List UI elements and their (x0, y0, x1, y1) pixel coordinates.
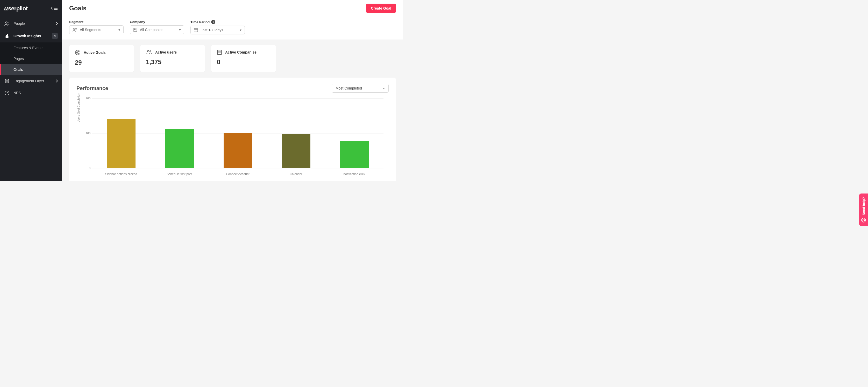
sidebar-item-label: NPS (13, 91, 21, 95)
svg-rect-13 (134, 29, 135, 30)
chevron-up-icon (52, 33, 58, 39)
chart-x-label: notification click (325, 170, 383, 176)
sidebar: userpilot People Growth In (0, 0, 62, 181)
stat-value: 29 (75, 59, 128, 66)
svg-rect-15 (136, 29, 136, 30)
svg-point-21 (150, 51, 151, 52)
svg-point-1 (8, 22, 9, 23)
svg-rect-30 (219, 52, 220, 53)
performance-title: Performance (76, 85, 108, 91)
chart-bar[interactable] (340, 141, 369, 168)
svg-rect-29 (218, 52, 219, 53)
filter-segment-select[interactable]: All Segments ▾ (69, 25, 124, 34)
chart-x-label: Schedule first post (150, 170, 209, 176)
sidebar-item-engagement-layer[interactable]: Engagement Layer (0, 75, 62, 87)
topbar: Goals Create Goal (62, 0, 403, 17)
chart-x-label: Connect Account (209, 170, 267, 176)
chevron-right-icon (56, 79, 58, 82)
caret-down-icon: ▾ (118, 28, 120, 32)
building-icon (217, 50, 222, 55)
sidebar-item-nps[interactable]: NPS (0, 87, 62, 99)
svg-rect-3 (6, 35, 7, 38)
svg-rect-31 (220, 52, 221, 53)
svg-rect-2 (5, 36, 5, 38)
calendar-icon (194, 28, 198, 32)
chart-x-label: Sidebar options clicked (92, 170, 150, 176)
svg-rect-14 (135, 29, 135, 30)
filter-bar: Segment All Segments ▾ Company All Compa… (62, 17, 403, 40)
chart-y-tick: 0 (89, 167, 90, 170)
sidebar-collapse-button[interactable] (51, 6, 58, 10)
sidebar-item-people[interactable]: People (0, 17, 62, 30)
filter-time-select[interactable]: Last 180 days ▾ (190, 26, 245, 34)
building-icon (133, 28, 137, 32)
target-icon (75, 50, 81, 56)
caret-down-icon: ▾ (179, 28, 181, 32)
svg-point-20 (148, 50, 149, 52)
info-icon[interactable]: i (211, 20, 215, 24)
filter-time-label: Time Period i (190, 20, 245, 24)
svg-point-8 (75, 28, 76, 29)
sidebar-item-label: Engagement Layer (13, 79, 44, 83)
filter-company-select[interactable]: All Companies ▾ (130, 25, 184, 34)
svg-rect-4 (7, 34, 8, 38)
chart-bar[interactable] (107, 119, 135, 168)
chart-bar[interactable] (224, 133, 252, 168)
menu-icon (54, 6, 58, 10)
svg-rect-25 (220, 51, 221, 51)
chart-y-axis-label: Users Goal Completion (77, 93, 80, 122)
people-icon (4, 21, 10, 26)
svg-rect-12 (136, 29, 136, 29)
main-content: Goals Create Goal Segment All Segments ▾… (62, 0, 403, 181)
performance-chart: Users Goal Completion 0100200 Sidebar op… (76, 98, 389, 176)
svg-rect-11 (135, 29, 135, 29)
sidebar-subitem-pages[interactable]: Pages (0, 53, 62, 64)
sidebar-item-label: People (13, 22, 25, 26)
svg-rect-24 (219, 51, 220, 51)
layers-icon (4, 79, 10, 83)
sidebar-subitem-features-events[interactable]: Features & Events (0, 42, 62, 53)
logo: userpilot (4, 5, 28, 12)
stat-value: 1,375 (146, 59, 199, 66)
users-icon (146, 50, 152, 55)
caret-down-icon: ▾ (383, 86, 385, 90)
sidebar-item-label: Growth Insights (13, 34, 41, 38)
filter-company-label: Company (130, 20, 184, 24)
gauge-icon (4, 91, 10, 95)
page-title: Goals (69, 5, 87, 12)
caret-down-icon: ▾ (240, 28, 242, 32)
performance-panel: Performance Most Completed ▾ Users Goal … (69, 78, 396, 181)
stat-value: 0 (217, 59, 270, 66)
stat-card-active-goals: Active Goals 29 (69, 45, 134, 72)
chevron-left-icon (51, 6, 53, 10)
people-icon (72, 28, 77, 32)
performance-sort-select[interactable]: Most Completed ▾ (332, 84, 389, 93)
stat-card-active-companies: Active Companies 0 (211, 45, 276, 72)
svg-point-0 (5, 22, 7, 23)
svg-rect-26 (218, 52, 219, 52)
svg-point-19 (78, 52, 78, 53)
chart-x-label: Calendar (267, 170, 325, 176)
create-goal-button[interactable]: Create Goal (366, 4, 396, 13)
bar-chart-icon (4, 34, 10, 38)
chart-y-tick: 100 (86, 132, 90, 135)
chart-bar[interactable] (165, 129, 194, 168)
svg-rect-5 (8, 36, 9, 38)
svg-point-7 (73, 28, 75, 30)
sidebar-item-growth-insights[interactable]: Growth Insights (0, 30, 62, 42)
stat-card-active-users: Active users 1,375 (140, 45, 205, 72)
svg-rect-28 (220, 52, 221, 52)
filter-segment-label: Segment (69, 20, 124, 24)
sidebar-subitem-goals[interactable]: Goals (0, 64, 62, 75)
chart-bar[interactable] (282, 134, 310, 168)
svg-rect-16 (194, 29, 198, 32)
chevron-right-icon (56, 22, 58, 25)
svg-rect-23 (218, 51, 219, 51)
chart-y-tick: 200 (86, 97, 90, 100)
svg-rect-27 (219, 52, 220, 52)
svg-rect-10 (134, 29, 135, 29)
